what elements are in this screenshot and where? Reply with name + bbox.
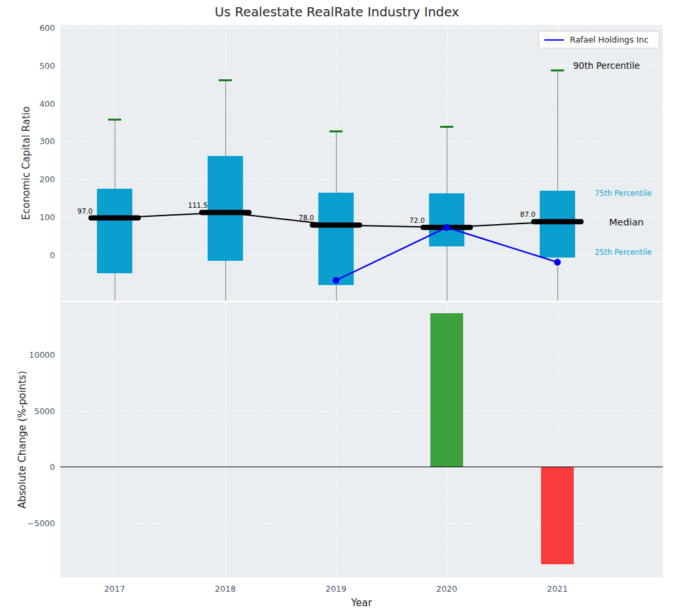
gridline-v xyxy=(336,302,337,577)
y-tick-label: 100 xyxy=(14,212,55,221)
gridline-h xyxy=(60,355,663,355)
company-line xyxy=(336,227,557,280)
y-tick-label: 200 xyxy=(14,174,55,184)
plot-lines-layer xyxy=(60,25,663,301)
y-tick-label: 0 xyxy=(14,462,55,472)
y-tick-label: 5000 xyxy=(14,406,55,415)
legend-line-sample xyxy=(544,39,564,41)
x-tick-label: 2017 xyxy=(104,584,125,594)
company-point xyxy=(443,224,450,231)
x-tick-label: 2021 xyxy=(547,584,568,594)
bar-positive xyxy=(430,313,463,467)
figure: Us Realestate RealRate Industry Index Ec… xyxy=(0,0,674,616)
x-axis-label: Year xyxy=(351,597,372,609)
company-point xyxy=(333,277,339,284)
y-tick-label: 400 xyxy=(14,98,55,108)
gridline-v xyxy=(225,302,226,577)
top-y-axis-label: Economic Capital Ratio xyxy=(20,106,32,220)
p90-percentile-label: 90th Percentile xyxy=(573,60,640,71)
median-label: Median xyxy=(609,217,644,227)
bar-negative xyxy=(541,467,574,564)
x-tick-label: 2020 xyxy=(436,584,457,594)
x-tick-label: 2019 xyxy=(326,584,346,594)
y-tick-label: 10000 xyxy=(14,350,55,360)
zero-line xyxy=(60,467,663,468)
legend: Rafael Holdings Inc xyxy=(538,31,660,48)
y-tick-label: −5000 xyxy=(14,518,55,528)
bottom-plot-area xyxy=(60,302,663,577)
y-tick-label: 300 xyxy=(14,136,55,146)
chart-title: Us Realestate RealRate Industry Index xyxy=(0,5,674,20)
gridline-v xyxy=(115,302,115,577)
x-tick-label: 2018 xyxy=(215,584,236,594)
p75-percentile-label: 75th Percentile xyxy=(595,189,652,198)
y-tick-label: 600 xyxy=(14,23,55,33)
y-tick-label: 0 xyxy=(14,250,55,260)
gridline-h xyxy=(60,411,663,412)
p25-percentile-label: 25th Percentile xyxy=(595,248,652,257)
top-plot-area: 97.0111.578.072.087.0 xyxy=(60,25,663,301)
bottom-y-axis-label: Absolute Change (%-points) xyxy=(16,371,28,509)
y-tick-label: 500 xyxy=(14,60,55,70)
company-point xyxy=(554,259,561,265)
legend-label: Rafael Holdings Inc xyxy=(570,35,648,45)
